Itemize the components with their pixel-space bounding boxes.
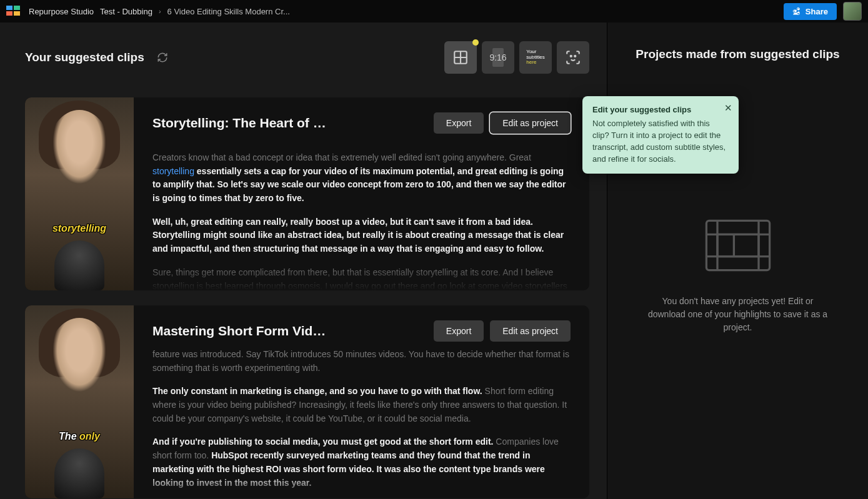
export-button[interactable]: Export (434, 320, 484, 342)
avatar[interactable] (843, 2, 862, 21)
breadcrumb-current: 6 Video Editing Skills Modern Cr... (167, 7, 290, 16)
transcript: feature was introduced. Say TikTok intro… (152, 348, 571, 498)
svg-point-4 (571, 56, 572, 57)
clip-thumbnail[interactable]: The only (25, 305, 134, 498)
transcript: Creators know that a bad concept or idea… (152, 151, 571, 290)
topbar-right: Share (784, 2, 862, 21)
subtitles-button[interactable]: Your subtitles here (519, 41, 552, 74)
svg-point-0 (794, 9, 797, 12)
breadcrumb: Repurpose Studio Test - Dubbing › 6 Vide… (29, 7, 290, 16)
clip-card: storytelling Storytelling: The Heart of … (25, 97, 589, 290)
clip-thumbnail[interactable]: storytelling (25, 97, 134, 290)
chevron-right-icon: › (159, 7, 161, 15)
clip-title: Mastering Short Form Vide... (152, 324, 327, 338)
svg-point-1 (797, 8, 799, 10)
aspect-ratio-label: 9:16 (489, 52, 506, 62)
thumbnail-caption: storytelling (25, 223, 134, 234)
thumbnail-caption: The only (25, 431, 134, 442)
header-row: Your suggested clips 9:16 Your subtitles… (25, 41, 589, 74)
clip-body: Storytelling: The Heart of V... Export E… (134, 97, 589, 290)
svg-rect-6 (706, 220, 769, 270)
edit-as-project-button[interactable]: Edit as project (490, 112, 571, 134)
svg-rect-7 (717, 234, 759, 256)
tooltip-body: Not completely satisfied with this clip?… (592, 118, 729, 165)
clip-body: Mastering Short Form Vide... Export Edit… (134, 305, 589, 498)
empty-text: You don't have any projects yet! Edit or… (632, 295, 843, 334)
main: Your suggested clips 9:16 Your subtitles… (0, 22, 868, 499)
topbar-left: Repurpose Studio Test - Dubbing › 6 Vide… (6, 6, 290, 17)
close-icon[interactable]: ✕ (724, 102, 732, 114)
empty-state: You don't have any projects yet! Edit or… (632, 217, 843, 334)
film-icon (704, 217, 772, 274)
tooltip-title: Edit your suggested clips (592, 105, 729, 114)
subtitles-preview: Your subtitles here (526, 49, 544, 66)
breadcrumb-root[interactable]: Repurpose Studio (29, 7, 94, 16)
share-button[interactable]: Share (784, 3, 837, 20)
app-logo[interactable] (6, 6, 21, 17)
refresh-icon[interactable] (157, 52, 168, 63)
svg-point-2 (797, 11, 799, 13)
clip-card: The only Mastering Short Form Vide... Ex… (25, 305, 589, 498)
breadcrumb-folder[interactable]: Test - Dubbing (100, 7, 152, 16)
topbar: Repurpose Studio Test - Dubbing › 6 Vide… (0, 0, 868, 22)
layout-tool-button[interactable] (444, 41, 477, 74)
clip-title: Storytelling: The Heart of V... (152, 116, 327, 131)
export-button[interactable]: Export (434, 112, 484, 134)
share-icon (792, 7, 802, 16)
toolbar: 9:16 Your subtitles here (444, 41, 589, 74)
edit-as-project-button[interactable]: Edit as project (490, 320, 571, 342)
page-title: Your suggested clips (25, 51, 144, 64)
face-detect-button[interactable] (557, 41, 589, 74)
svg-point-5 (574, 56, 576, 57)
share-label: Share (806, 7, 828, 16)
aspect-ratio-button[interactable]: 9:16 (482, 41, 514, 74)
layout-icon (452, 49, 469, 66)
keyword-link[interactable]: storytelling (152, 166, 194, 176)
face-scan-icon (565, 49, 581, 66)
projects-title: Projects made from suggested clips (632, 47, 843, 61)
right-pane: Projects made from suggested clips ✕ Edi… (607, 22, 868, 499)
left-pane: Your suggested clips 9:16 Your subtitles… (0, 22, 607, 499)
edit-tooltip: ✕ Edit your suggested clips Not complete… (582, 96, 739, 174)
notification-badge-icon (472, 39, 479, 46)
